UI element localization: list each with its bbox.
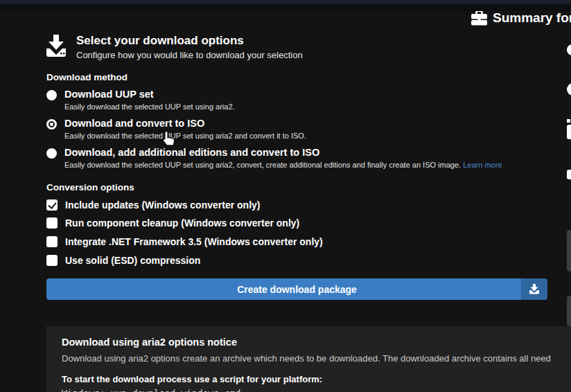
download-options-header: Select your download options Configure h… bbox=[46, 33, 303, 60]
checkbox-esd-compression[interactable]: Use solid (ESD) compression bbox=[46, 255, 200, 266]
page-subtitle: Configure how you would like to download… bbox=[76, 50, 303, 60]
learn-more-link[interactable]: Learn more bbox=[463, 161, 502, 169]
checkbox-icon-checked[interactable] bbox=[46, 199, 58, 211]
checkbox-include-updates[interactable]: Include updates (Windows converter only) bbox=[46, 199, 260, 211]
scrollbar-thumb[interactable] bbox=[567, 296, 571, 326]
hand-pointer-cursor bbox=[161, 130, 176, 148]
radio-label[interactable]: Download, add additional editions and co… bbox=[64, 147, 502, 159]
summary-title: Summary for y bbox=[493, 10, 571, 26]
create-download-package-button[interactable]: Create download package bbox=[46, 278, 547, 300]
checkbox-label[interactable]: Integrate .NET Framework 3.5 (Windows co… bbox=[65, 236, 323, 247]
notice-title: Download using aria2 options notice bbox=[62, 337, 571, 348]
radio-option-download-uup-set[interactable]: Download UUP set Easily download the sel… bbox=[46, 89, 235, 111]
conversion-options-label: Conversion options bbox=[46, 182, 134, 193]
checkbox-icon[interactable] bbox=[46, 255, 58, 266]
radio-option-download-convert-iso[interactable]: Download and convert to ISO Easily downl… bbox=[46, 118, 306, 140]
summary-cut-icon bbox=[567, 44, 571, 55]
scrollbar-thumb[interactable] bbox=[567, 230, 571, 271]
download-options-page: { "summary": { "title": "Summary for y" … bbox=[0, 0, 571, 392]
briefcase-icon bbox=[471, 11, 487, 26]
radio-icon-selected[interactable] bbox=[46, 119, 57, 130]
download-icon bbox=[46, 33, 67, 58]
page-title: Select your download options bbox=[76, 33, 303, 48]
download-method-label: Download method bbox=[46, 72, 128, 82]
download-icon[interactable] bbox=[521, 278, 547, 300]
radio-description: Easily download the selected UUP set usi… bbox=[64, 161, 502, 169]
checkbox-net-framework[interactable]: Integrate .NET Framework 3.5 (Windows co… bbox=[46, 236, 323, 247]
notice-platform-heading: To start the download process use a scri… bbox=[62, 374, 571, 384]
checkbox-icon[interactable] bbox=[46, 236, 58, 247]
notice-platform-item: Windows: uup_download_windows.cmd bbox=[62, 388, 571, 392]
aria2-notice-panel: Download using aria2 options notice Down… bbox=[46, 326, 571, 392]
checkbox-label[interactable]: Use solid (ESD) compression bbox=[65, 255, 200, 266]
checkbox-icon[interactable] bbox=[46, 217, 58, 229]
checkbox-component-cleanup[interactable]: Run component cleanup (Windows converter… bbox=[46, 217, 299, 229]
summary-cut-icon bbox=[567, 119, 570, 123]
radio-description: Easily download the selected UUP set usi… bbox=[64, 132, 306, 140]
radio-description: Easily download the selected UUP set usi… bbox=[64, 103, 235, 111]
summary-cut-icon bbox=[567, 83, 571, 96]
radio-option-additional-editions-iso[interactable]: Download, add additional editions and co… bbox=[46, 147, 502, 169]
radio-icon[interactable] bbox=[46, 90, 57, 100]
radio-label[interactable]: Download and convert to ISO bbox=[64, 118, 306, 130]
checkbox-label[interactable]: Include updates (Windows converter only) bbox=[65, 199, 260, 211]
summary-cut-icon bbox=[567, 170, 571, 179]
radio-label[interactable]: Download UUP set bbox=[64, 89, 235, 100]
summary-header: Summary for y bbox=[471, 10, 571, 26]
create-button-label[interactable]: Create download package bbox=[237, 284, 357, 295]
radio-icon[interactable] bbox=[46, 148, 57, 159]
checkbox-label[interactable]: Run component cleanup (Windows converter… bbox=[65, 217, 299, 229]
summary-cut-icon bbox=[567, 125, 571, 139]
notice-body: Download using aria2 options create an a… bbox=[62, 353, 571, 364]
